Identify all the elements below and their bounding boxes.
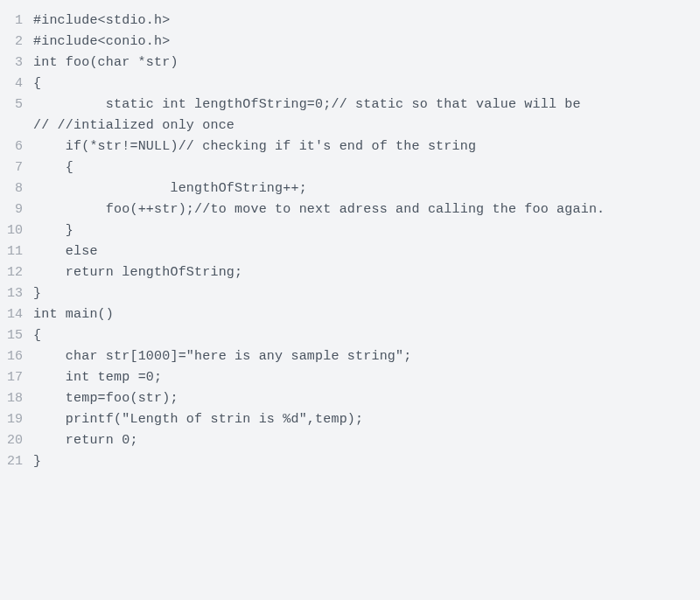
code-line: 16 char str[1000]="here is any sample st… <box>0 346 700 367</box>
code-text: { <box>33 157 700 178</box>
code-line: 12 return lengthOfString; <box>0 262 700 283</box>
line-number: 7 <box>0 157 33 178</box>
line-number: 10 <box>0 220 33 241</box>
code-line: 5 static int lengthOfString=0;// static … <box>0 94 700 136</box>
code-text: return 0; <box>33 430 700 451</box>
code-text: #include<stdio.h> <box>33 10 700 31</box>
code-text: int main() <box>33 304 700 325</box>
code-line: 21 } <box>0 451 700 472</box>
code-line: 19 printf("Length of strin is %d",temp); <box>0 409 700 430</box>
code-line: 15 { <box>0 325 700 346</box>
code-block: 1 #include<stdio.h> 2 #include<conio.h> … <box>0 10 700 472</box>
line-number: 13 <box>0 283 33 304</box>
line-number: 14 <box>0 304 33 325</box>
code-text: foo(++str);//to move to next adress and … <box>33 199 700 220</box>
code-text: { <box>33 73 700 94</box>
line-number: 3 <box>0 52 33 73</box>
line-number: 4 <box>0 73 33 94</box>
code-line: 20 return 0; <box>0 430 700 451</box>
line-number: 17 <box>0 367 33 388</box>
code-text: #include<conio.h> <box>33 31 700 52</box>
line-number: 8 <box>0 178 33 199</box>
code-text: static int lengthOfString=0;// static so… <box>33 94 700 136</box>
code-text: temp=foo(str); <box>33 388 700 409</box>
line-number: 15 <box>0 325 33 346</box>
code-line: 3 int foo(char *str) <box>0 52 700 73</box>
code-text: printf("Length of strin is %d",temp); <box>33 409 700 430</box>
line-number: 18 <box>0 388 33 409</box>
line-number: 11 <box>0 241 33 262</box>
code-line: 14 int main() <box>0 304 700 325</box>
code-line: 4 { <box>0 73 700 94</box>
code-line: 6 if(*str!=NULL)// checking if it's end … <box>0 136 700 157</box>
code-text: char str[1000]="here is any sample strin… <box>33 346 700 367</box>
line-number: 12 <box>0 262 33 283</box>
code-line: 18 temp=foo(str); <box>0 388 700 409</box>
code-line: 2 #include<conio.h> <box>0 31 700 52</box>
code-text: if(*str!=NULL)// checking if it's end of… <box>33 136 700 157</box>
line-number: 21 <box>0 451 33 472</box>
code-text: else <box>33 241 700 262</box>
line-number: 1 <box>0 10 33 31</box>
line-number: 16 <box>0 346 33 367</box>
code-text: lengthOfString++; <box>33 178 700 199</box>
code-text: return lengthOfString; <box>33 262 700 283</box>
code-line: 7 { <box>0 157 700 178</box>
line-number: 20 <box>0 430 33 451</box>
line-number: 6 <box>0 136 33 157</box>
code-line: 1 #include<stdio.h> <box>0 10 700 31</box>
code-text: } <box>33 451 700 472</box>
code-line: 13 } <box>0 283 700 304</box>
line-number: 9 <box>0 199 33 220</box>
line-number: 19 <box>0 409 33 430</box>
code-line: 9 foo(++str);//to move to next adress an… <box>0 199 700 220</box>
line-number: 2 <box>0 31 33 52</box>
code-line: 11 else <box>0 241 700 262</box>
code-line: 10 } <box>0 220 700 241</box>
code-text: } <box>33 283 700 304</box>
code-text: int temp =0; <box>33 367 700 388</box>
code-line: 8 lengthOfString++; <box>0 178 700 199</box>
code-text: { <box>33 325 700 346</box>
line-number: 5 <box>0 94 33 115</box>
code-line: 17 int temp =0; <box>0 367 700 388</box>
code-text: int foo(char *str) <box>33 52 700 73</box>
code-text: } <box>33 220 700 241</box>
